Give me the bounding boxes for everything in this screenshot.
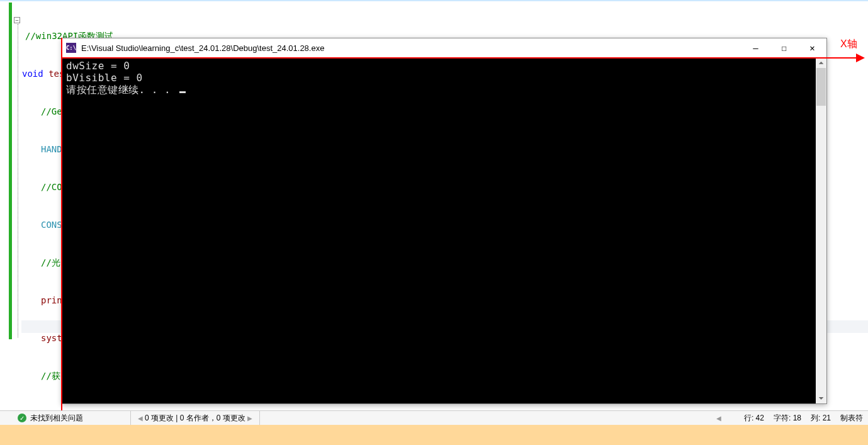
status-changes[interactable]: ◀ 0 项更改 | 0 名作者，0 项更改 ▶ [130,411,260,425]
code-comment: //CO [41,182,62,192]
status-issues-text: 未找到相关问题 [30,413,83,424]
chevron-left-icon[interactable]: ◀ [136,415,145,422]
console-title: E:\Visual Studio\learning_c\test_24.01.2… [81,43,741,53]
cursor-icon [179,91,186,93]
scroll-down-icon[interactable]: ⏷ [816,393,826,403]
status-col[interactable]: 列: 21 [811,413,831,424]
code-type: HAND [41,144,62,154]
code-text-frag: prin [41,295,62,305]
x-axis-line [62,57,861,59]
status-char[interactable]: 字符: 18 [774,413,801,424]
console-icon: C:\ [66,43,76,53]
scroll-thumb[interactable] [816,68,826,106]
x-axis-arrow-icon [856,54,865,62]
status-issues[interactable]: ✓ 未找到相关问题 [0,413,83,424]
brace-guide [18,24,18,337]
check-icon: ✓ [18,414,26,422]
status-right: ◀ 行: 42 字符: 18 列: 21 制表符 [714,413,868,424]
console-line: dwSize = 0 [66,60,823,72]
code-comment: //获 [41,371,60,381]
scroll-up-icon[interactable]: ⏶ [816,57,826,68]
minimize-button[interactable]: — [741,38,770,57]
code-comment: //光 [41,257,60,268]
maximize-button[interactable]: ☐ [770,38,798,57]
console-scrollbar[interactable]: ⏶ ⏷ [816,57,826,403]
collapse-toggle[interactable]: − [14,17,20,23]
console-line: 请按任意键继续. . . [66,84,823,96]
code-type: CONS [41,220,62,230]
x-axis-label: X轴 [840,38,857,51]
console-window: C:\ E:\Visual Studio\learning_c\test_24.… [62,38,827,404]
editor-margin [0,3,9,339]
status-bar: ✓ 未找到相关问题 ◀ 0 项更改 | 0 名作者，0 项更改 ▶ ◀ 行: 4… [0,410,868,425]
y-axis-line [61,38,62,442]
status-changes-text: 0 项更改 | 0 名作者，0 项更改 [145,413,245,424]
change-indicator-bar [9,3,12,339]
code-text-frag: syst [41,333,62,343]
code-keyword: void [22,69,43,79]
status-line[interactable]: 行: 42 [744,413,764,424]
bottom-orange-band [0,425,868,445]
status-tabs[interactable]: 制表符 [840,413,863,424]
chevron-left-icon[interactable]: ◀ [714,415,723,422]
close-button[interactable]: ✕ [798,38,826,57]
console-output[interactable]: dwSize = 0 bVisible = 0 请按任意键继续. . . [62,57,826,403]
chevron-right-icon[interactable]: ▶ [245,415,254,422]
console-line: bVisible = 0 [66,72,823,84]
console-titlebar[interactable]: C:\ E:\Visual Studio\learning_c\test_24.… [62,38,826,57]
